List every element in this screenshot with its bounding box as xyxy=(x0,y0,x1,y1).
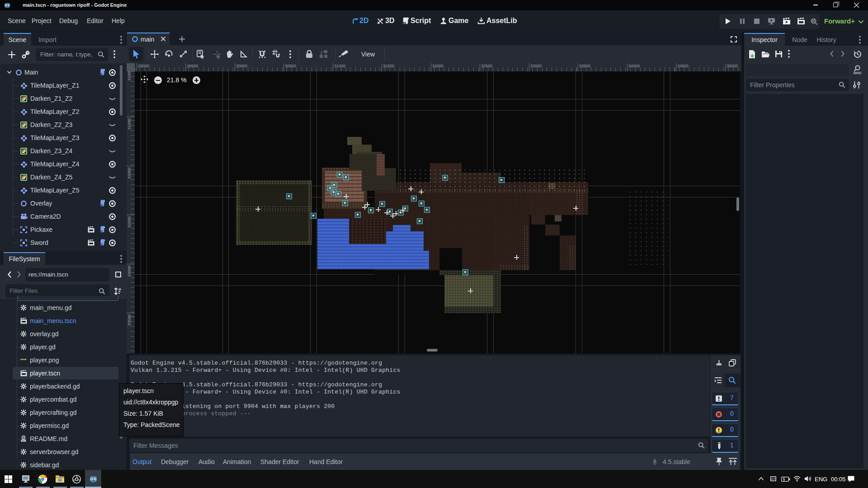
svg-text:DOC: DOC xyxy=(854,71,862,75)
